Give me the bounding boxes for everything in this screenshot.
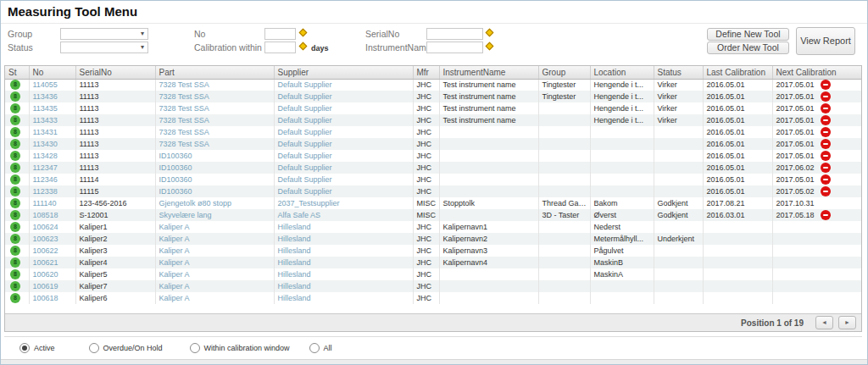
cell-supplier[interactable]: Hillesland	[274, 257, 413, 268]
cell-supplier[interactable]: Hillesland	[274, 292, 413, 304]
cell-part[interactable]: 7328 Test SSA	[155, 138, 274, 150]
cell-supplier[interactable]: Hillesland	[274, 245, 413, 257]
radio-all[interactable]: All	[309, 343, 332, 353]
table-row[interactable]: 8100623Kaliper2Kaliper AHilleslandJHCKal…	[5, 233, 861, 245]
cell-supplier[interactable]: Default Supplier	[274, 114, 413, 126]
status-dropdown[interactable]: ▾	[60, 41, 148, 53]
table-row[interactable]: 8100621Kaliper4Kaliper AHilleslandJHCKal…	[5, 257, 861, 268]
cell-part[interactable]: Kaliper A	[155, 257, 274, 268]
table-row[interactable]: 8100618Kaliper6Kaliper AHilleslandJHC	[5, 292, 861, 304]
cell-supplier[interactable]: Default Supplier	[274, 162, 413, 174]
cell-supplier[interactable]: Hillesland	[274, 280, 413, 292]
view-report-button[interactable]: View Report	[796, 27, 855, 55]
cell-no[interactable]: 113430	[29, 138, 75, 150]
column-header-st[interactable]: St	[5, 66, 29, 79]
no-input[interactable]	[264, 28, 296, 40]
serialno-input[interactable]	[426, 28, 483, 40]
cell-part[interactable]: 7328 Test SSA	[155, 114, 274, 126]
cell-supplier[interactable]: Hillesland	[274, 233, 413, 245]
cell-part[interactable]: Kaliper A	[155, 233, 274, 245]
define-new-tool-type-button[interactable]: Define New Tool Type	[707, 28, 789, 41]
column-header-mfr[interactable]: Mfr	[413, 66, 439, 79]
cell-no[interactable]: 113435	[29, 102, 75, 114]
cell-supplier[interactable]: Default Supplier	[274, 91, 413, 102]
radio-within-calibration-window[interactable]: Within calibration window	[190, 343, 290, 353]
column-header-serialno[interactable]: SerialNo	[75, 66, 155, 79]
table-row[interactable]: 8111140123-456-2016Gjengetolk ø80 stopp2…	[5, 197, 861, 209]
cell-no[interactable]: 100623	[29, 233, 75, 245]
group-dropdown[interactable]: ▾	[60, 28, 148, 40]
cell-supplier[interactable]: Default Supplier	[274, 150, 413, 162]
cell-supplier[interactable]: Default Supplier	[274, 185, 413, 197]
table-row[interactable]: 8113436111137328 Test SSADefault Supplie…	[5, 91, 861, 102]
cell-part[interactable]: Kaliper A	[155, 245, 274, 257]
cell-no[interactable]: 114055	[29, 79, 75, 91]
cell-no[interactable]: 112346	[29, 174, 75, 185]
cell-no[interactable]: 100621	[29, 257, 75, 268]
table-row[interactable]: 8114055111137328 Test SSADefault Supplie…	[5, 79, 861, 91]
cell-no[interactable]: 108518	[29, 209, 75, 221]
order-new-tool-button[interactable]: Order New Tool	[707, 41, 789, 54]
cell-no[interactable]: 112338	[29, 185, 75, 197]
column-header-next-calibration[interactable]: Next Calibration	[772, 66, 861, 79]
table-row[interactable]: 8100620Kaliper5Kaliper AHilleslandJHCMas…	[5, 268, 861, 280]
cell-supplier[interactable]: Default Supplier	[274, 79, 413, 91]
table-row[interactable]: 811342811113ID100360Default SupplierJHC2…	[5, 150, 861, 162]
cell-part[interactable]: Kaliper A	[155, 221, 274, 233]
cell-no[interactable]: 100619	[29, 280, 75, 292]
column-header-part[interactable]: Part	[155, 66, 274, 79]
table-row[interactable]: 8113431111137328 Test SSADefault Supplie…	[5, 126, 861, 138]
cell-no[interactable]: 100618	[29, 292, 75, 304]
cell-part[interactable]: ID100360	[155, 150, 274, 162]
next-page-button[interactable]: ►	[838, 316, 856, 329]
cell-part[interactable]: Kaliper A	[155, 268, 274, 280]
table-row[interactable]: 8113435111137328 Test SSADefault Supplie…	[5, 102, 861, 114]
cell-part[interactable]: 7328 Test SSA	[155, 91, 274, 102]
cell-supplier[interactable]: Hillesland	[274, 221, 413, 233]
column-header-location[interactable]: Location	[590, 66, 654, 79]
cell-no[interactable]: 113433	[29, 114, 75, 126]
cell-supplier[interactable]: Default Supplier	[274, 174, 413, 185]
column-header-no[interactable]: No	[29, 66, 75, 79]
cell-part[interactable]: ID100360	[155, 185, 274, 197]
column-header-last-calibration[interactable]: Last Calibration	[703, 66, 772, 79]
cell-supplier[interactable]: Alfa Safe AS	[274, 209, 413, 221]
column-header-instrumentname[interactable]: InstrumentName	[439, 66, 538, 79]
table-row[interactable]: 8100624Kaliper1Kaliper AHilleslandJHCKal…	[5, 221, 861, 233]
cell-no[interactable]: 113428	[29, 150, 75, 162]
prev-page-button[interactable]: ◄	[815, 316, 833, 329]
table-row[interactable]: 811233811115ID100360Default SupplierJHC2…	[5, 185, 861, 197]
cell-supplier[interactable]: Hillesland	[274, 268, 413, 280]
cell-supplier[interactable]: Default Supplier	[274, 102, 413, 114]
table-row[interactable]: 8100619Kaliper7Kaliper AHilleslandJHC	[5, 280, 861, 292]
radio-active[interactable]: Active	[19, 343, 55, 353]
cell-no[interactable]: 100622	[29, 245, 75, 257]
cell-no[interactable]: 100620	[29, 268, 75, 280]
cell-no[interactable]: 113431	[29, 126, 75, 138]
column-header-group[interactable]: Group	[538, 66, 590, 79]
calibration-within-input[interactable]	[264, 41, 296, 53]
cell-supplier[interactable]: Default Supplier	[274, 126, 413, 138]
table-row[interactable]: 8100622Kaliper3Kaliper AHilleslandJHCKal…	[5, 245, 861, 257]
instrumentname-input[interactable]	[426, 41, 483, 53]
table-row[interactable]: 811234711113ID100360Default SupplierJHC2…	[5, 162, 861, 174]
table-row[interactable]: 8108518S-12001Skyvelære langAlfa Safe AS…	[5, 209, 861, 221]
table-row[interactable]: 8113430111137328 Test SSADefault Supplie…	[5, 138, 861, 150]
cell-supplier[interactable]: 2037_Testsupplier	[274, 197, 413, 209]
column-header-supplier[interactable]: Supplier	[274, 66, 413, 79]
cell-no[interactable]: 112347	[29, 162, 75, 174]
cell-part[interactable]: Kaliper A	[155, 292, 274, 304]
cell-part[interactable]: Gjengetolk ø80 stopp	[155, 197, 274, 209]
cell-supplier[interactable]: Default Supplier	[274, 138, 413, 150]
cell-part[interactable]: 7328 Test SSA	[155, 126, 274, 138]
cell-no[interactable]: 100624	[29, 221, 75, 233]
cell-part[interactable]: ID100360	[155, 162, 274, 174]
cell-part[interactable]: Kaliper A	[155, 280, 274, 292]
cell-part[interactable]: Skyvelære lang	[155, 209, 274, 221]
cell-part[interactable]: 7328 Test SSA	[155, 102, 274, 114]
table-row[interactable]: 811234611114ID100360Default SupplierJHC2…	[5, 174, 861, 185]
column-header-status[interactable]: Status	[654, 66, 703, 79]
cell-part[interactable]: 7328 Test SSA	[155, 79, 274, 91]
cell-part[interactable]: ID100360	[155, 174, 274, 185]
radio-overdue-on-hold[interactable]: Overdue/On Hold	[89, 343, 163, 353]
